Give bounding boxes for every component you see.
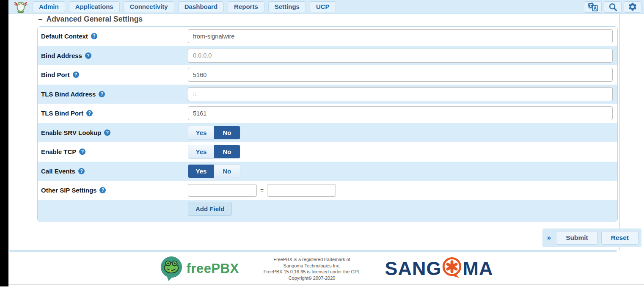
section-header-advanced-general-settings[interactable]: − Advanced General Settings — [38, 15, 143, 24]
setting-row-default-context: Default Context ? — [38, 27, 617, 46]
enable-srv-lookup-toggle: Yes No — [188, 126, 240, 140]
footer-license-text: FreePBX is a registered trademark of San… — [264, 256, 361, 281]
enable-srv-lookup-yes-button[interactable]: Yes — [188, 126, 214, 139]
nav-tab-connectivity[interactable]: Connectivity — [124, 1, 174, 12]
nav-tab-dashboard[interactable]: Dashboard — [178, 1, 224, 12]
nav-tabs: Admin Applications Connectivity Dashboar… — [33, 1, 336, 12]
nav-icon-group: A — [584, 1, 641, 13]
bind-port-input[interactable] — [188, 68, 613, 82]
enable-tcp-label: Enable TCP — [41, 148, 76, 155]
submit-button[interactable]: Submit — [556, 231, 598, 245]
default-context-input[interactable] — [188, 29, 613, 43]
language-translate-icon[interactable]: A — [584, 1, 602, 13]
call-events-no-button[interactable]: No — [214, 165, 240, 178]
footer-bottom-border — [8, 284, 644, 285]
freepbx-bubble-icon — [160, 256, 183, 281]
setting-row-enable-tcp: Enable TCP ? Yes No — [38, 142, 617, 162]
setting-row-tls-bind-port: TLS Bind Port ? — [38, 104, 617, 123]
footer: freePBX FreePBX is a registered trademar… — [8, 254, 644, 283]
sangoma-logo: SANG MA — [385, 257, 493, 281]
help-icon[interactable]: ? — [85, 52, 91, 59]
footer-line-2: Sangoma Technologies Inc. — [264, 263, 361, 269]
nav-tab-ucp[interactable]: UCP — [310, 1, 336, 12]
enable-srv-lookup-no-button[interactable]: No — [214, 126, 240, 139]
call-events-yes-button[interactable]: Yes — [188, 165, 214, 178]
call-events-label: Call Events — [41, 168, 75, 175]
footer-divider — [9, 250, 617, 252]
row-label: Default Context ? — [41, 33, 188, 40]
nav-tab-applications[interactable]: Applications — [69, 1, 120, 12]
help-icon[interactable]: ? — [73, 72, 79, 78]
enable-tcp-no-button[interactable]: No — [214, 145, 240, 158]
row-label: Other SIP Settings ? — [41, 187, 188, 194]
footer-line-3: FreePBX 15.0.16.65 is licensed under the… — [264, 269, 361, 275]
settings-gear-icon[interactable] — [624, 1, 641, 13]
tls-bind-port-label: TLS Bind Port — [41, 110, 83, 117]
bind-port-label: Bind Port — [41, 71, 70, 78]
nav-tab-admin[interactable]: Admin — [33, 1, 65, 12]
row-label: TLS Bind Port ? — [41, 110, 188, 117]
tls-bind-address-input[interactable] — [188, 87, 613, 101]
expand-actions-chevron-icon[interactable]: » — [545, 234, 553, 242]
sangoma-asterisk-icon — [440, 256, 463, 280]
left-black-strip — [0, 0, 8, 286]
freepbx-frog-icon[interactable] — [14, 1, 28, 13]
setting-row-other-sip-settings: Other SIP Settings ? = — [38, 181, 617, 200]
help-icon[interactable]: ? — [79, 149, 85, 155]
row-label: Call Events ? — [41, 168, 188, 175]
setting-row-bind-address: Bind Address ? — [38, 46, 617, 66]
add-field-button[interactable]: Add Field — [188, 202, 232, 216]
setting-row-enable-srv-lookup: Enable SRV Lookup ? Yes No — [38, 123, 617, 143]
row-label: Enable SRV Lookup ? — [41, 129, 188, 136]
nav-tab-reports[interactable]: Reports — [228, 1, 264, 12]
search-icon[interactable] — [604, 1, 622, 13]
content-right-border — [619, 14, 620, 250]
help-icon[interactable]: ? — [99, 187, 106, 193]
add-field-row: Add Field — [38, 200, 617, 222]
freepbx-logo: freePBX — [160, 256, 239, 281]
help-icon[interactable]: ? — [78, 168, 85, 174]
row-label: Bind Address ? — [41, 52, 188, 59]
bind-address-input[interactable] — [188, 49, 613, 63]
sangoma-wordmark-left: SANG — [385, 258, 441, 280]
equals-sign: = — [260, 187, 264, 194]
setting-row-call-events: Call Events ? Yes No — [38, 162, 617, 181]
row-label: TLS Bind Address ? — [41, 91, 188, 98]
enable-srv-lookup-label: Enable SRV Lookup — [41, 129, 101, 136]
help-icon[interactable]: ? — [104, 129, 110, 136]
top-navbar: Admin Applications Connectivity Dashboar… — [0, 0, 644, 14]
reset-button[interactable]: Reset — [601, 231, 638, 245]
tls-bind-address-label: TLS Bind Address — [41, 91, 96, 98]
default-context-label: Default Context — [41, 33, 88, 40]
setting-row-tls-bind-address: TLS Bind Address ? — [38, 85, 617, 104]
enable-tcp-yes-button[interactable]: Yes — [188, 145, 214, 158]
footer-line-4: Copyright© 2007-2020 — [264, 275, 361, 281]
footer-line-1: FreePBX is a registered trademark of — [264, 256, 361, 263]
row-label: Enable TCP ? — [41, 148, 188, 155]
tls-bind-port-input[interactable] — [188, 106, 613, 120]
bind-address-label: Bind Address — [41, 52, 82, 59]
advanced-general-settings-panel: Default Context ? Bind Address ? Bind Po… — [37, 26, 618, 222]
nav-tab-settings[interactable]: Settings — [268, 1, 306, 12]
other-sip-key-input[interactable] — [188, 184, 257, 197]
help-icon[interactable]: ? — [86, 110, 93, 116]
setting-row-bind-port: Bind Port ? — [38, 65, 617, 85]
freepbx-wordmark: freePBX — [187, 261, 239, 276]
call-events-toggle: Yes No — [188, 164, 240, 178]
section-title: Advanced General Settings — [47, 15, 143, 24]
svg-text:A: A — [593, 6, 597, 11]
help-icon[interactable]: ? — [91, 33, 97, 39]
other-sip-settings-label: Other SIP Settings — [41, 187, 96, 194]
row-label: Bind Port ? — [41, 71, 188, 78]
collapse-minus-icon[interactable]: − — [38, 16, 43, 23]
help-icon[interactable]: ? — [99, 91, 105, 97]
form-action-bar: » Submit Reset — [542, 228, 641, 247]
sangoma-wordmark-right: MA — [462, 258, 493, 280]
other-sip-value-input[interactable] — [267, 184, 336, 197]
enable-tcp-toggle: Yes No — [188, 145, 240, 159]
